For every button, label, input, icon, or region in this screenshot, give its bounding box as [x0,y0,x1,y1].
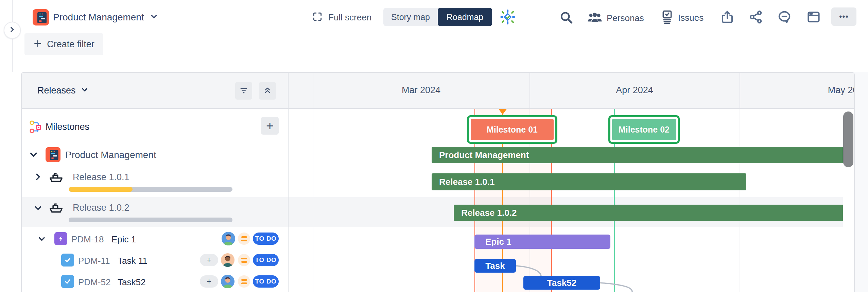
filter-rows-button[interactable] [235,82,252,100]
comment-button[interactable] [777,10,792,26]
issues-icon [660,10,674,26]
roadmap-panel: Product Management Release 1.0.1 Release… [21,72,855,292]
create-filter-label: Create filter [47,39,94,50]
bar-task52[interactable]: Task52 [523,276,600,290]
header-divider-1 [313,73,313,108]
milestone-02-label: Milestone 02 [612,119,676,140]
share-icon [748,20,763,25]
fullscreen-label: Full screen [328,12,371,23]
month-label-mar: Mar 2024 [402,85,440,96]
add-subtask-button[interactable]: + [200,275,218,288]
bar-task[interactable]: Task [474,259,516,273]
more-button[interactable]: ••• [831,7,856,26]
view-selector[interactable]: Releases [37,84,88,97]
priority-medium-icon [238,275,250,288]
release2-name[interactable]: Release 1.0.2 [73,203,129,213]
plus-icon: + [207,277,211,286]
search-button[interactable] [559,10,573,26]
roadmap-tab[interactable]: Roadmap [438,8,492,26]
status-badge[interactable]: TO DO [253,233,279,245]
page-title[interactable]: Product Management [53,12,144,23]
bar-label: Task [485,261,505,271]
bar-release-102[interactable]: Release 1.0.2 [454,205,850,221]
personas-button[interactable]: Personas [587,10,644,26]
issue-summary[interactable]: Epic 1 [111,234,136,245]
storymap-tab[interactable]: Story map [383,8,438,26]
more-icon: ••• [839,12,849,21]
month-label-may: May 2024 [828,85,855,96]
pane-divider[interactable] [288,73,289,292]
export-icon [720,20,735,25]
plus-icon [33,39,42,49]
project-avatar [33,9,49,27]
issue-key[interactable]: PDM-11 [78,256,110,266]
status-label: TO DO [255,278,277,285]
collapse-project-chevron[interactable] [29,150,38,160]
sparkle-brand-icon [500,9,516,27]
collapse-all-button[interactable] [259,82,276,100]
assignee-avatar[interactable] [221,275,235,290]
issue-summary[interactable]: Task 11 [118,256,147,266]
status-label: TO DO [255,256,277,264]
bar-label: Product Management [439,150,529,160]
expand-sidebar-button[interactable] [4,22,21,39]
assignee-avatar[interactable] [221,253,235,268]
issues-label: Issues [678,13,704,23]
add-subtask-button[interactable]: + [200,254,218,266]
page-background-right [854,72,868,292]
milestone-01-label: Milestone 01 [471,119,554,140]
release1-progress [69,187,232,192]
priority-medium-icon [238,233,250,245]
collapse-release2-chevron[interactable] [34,204,42,213]
issue-summary[interactable]: Task52 [118,277,145,288]
milestone-01-chip[interactable]: Milestone 01 [467,115,557,144]
project-row-label[interactable]: Product Management [65,150,156,160]
bar-label: Release 1.0.1 [439,177,494,187]
personas-label: Personas [607,13,644,23]
epic-type-icon [54,232,67,245]
project-avatar-small [46,147,60,164]
issue-key[interactable]: PDM-18 [71,234,104,245]
bar-epic-1[interactable]: Epic 1 [474,235,610,249]
panel-layout-button[interactable] [806,10,821,26]
issues-button[interactable]: Issues [660,10,704,26]
scrollbar-thumb[interactable] [843,111,853,167]
status-badge[interactable]: TO DO [253,275,279,288]
bar-label: Release 1.0.2 [461,208,517,218]
ship-icon [48,169,64,186]
bar-label: Epic 1 [485,237,511,247]
release2-progress [69,218,232,222]
task-type-icon [61,275,74,288]
view-selector-label: Releases [37,85,76,96]
chevron-right-icon [9,26,16,34]
ship-icon [48,199,64,216]
milestone-02-chip[interactable]: Milestone 02 [608,115,680,144]
create-filter-button[interactable]: Create filter [24,33,103,55]
fullscreen-button[interactable]: Full screen [312,11,371,23]
release1-progress-fill [69,187,133,192]
status-badge[interactable]: TO DO [253,254,279,266]
priority-medium-icon [238,254,250,266]
expand-release1-chevron[interactable] [34,173,42,182]
chevron-down-icon[interactable] [150,13,158,22]
search-icon [559,20,573,25]
bar-release-101[interactable]: Release 1.0.1 [432,173,746,190]
collapse-epic-chevron[interactable] [38,235,46,244]
issue-key[interactable]: PDM-52 [78,277,110,288]
plus-icon: + [266,119,274,132]
roadmap-label: Roadmap [447,12,483,22]
milestones-label[interactable]: Milestones [46,122,89,132]
bar-product-management[interactable]: Product Management [432,147,850,163]
storymap-label: Story map [391,12,430,22]
comment-icon [777,20,792,25]
task-type-icon [61,254,74,267]
release1-name[interactable]: Release 1.0.1 [73,172,129,183]
add-milestone-button[interactable]: + [261,117,279,135]
export-button[interactable] [720,10,735,26]
fullscreen-icon [312,11,323,23]
assignee-avatar[interactable] [222,232,235,247]
bar-label: Task52 [547,278,576,288]
share-button[interactable] [748,10,763,26]
milestones-icon [29,119,43,136]
people-icon [587,10,603,26]
